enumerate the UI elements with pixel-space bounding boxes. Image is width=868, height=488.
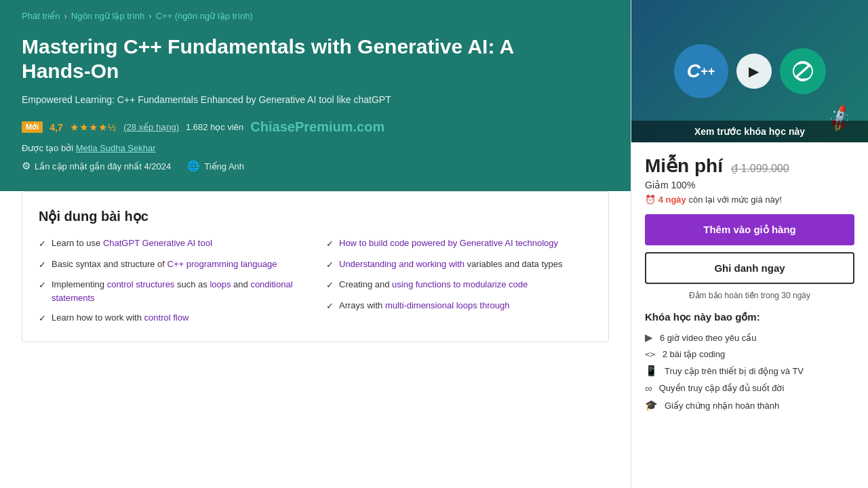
chatgpt-logo xyxy=(780,48,826,94)
preview-label[interactable]: Xem trước khóa học này xyxy=(631,121,868,142)
breadcrumb: Phát triển › Ngôn ngữ lập trình › C++ (n… xyxy=(0,0,631,28)
last-updated: ⚙ Lần cập nhật gần đây nhất 4/2024 xyxy=(22,160,171,172)
includes-video: ▶ 6 giờ video theo yêu cầu xyxy=(645,331,854,344)
check-item-1: ✓ Learn to use ChatGPT Generative AI too… xyxy=(39,237,304,251)
mobile-icon: 📱 xyxy=(645,365,658,377)
check-icon-2: ✓ xyxy=(39,258,46,272)
check-item-2: ✓ Basic syntax and structure of C++ prog… xyxy=(39,258,304,272)
pricing-area: Miễn phí ₫ 1.099.000 Giảm 100% ⏰ 4 ngày … xyxy=(631,142,868,429)
includes-mobile: 📱 Truy cập trên thiết bị di động và TV xyxy=(645,365,854,377)
check-item-8: ✓ Arrays with multi-dimensional loops th… xyxy=(326,299,592,313)
sidebar: C++ ▶ 🚀 Xem trước khóa học này Miễn phí … xyxy=(631,0,868,488)
check-icon-6: ✓ xyxy=(326,258,334,272)
timer-text: ⏰ 4 ngày còn lại với mức giá này! xyxy=(645,195,854,205)
timer-suffix: còn lại với mức giá này! xyxy=(688,195,781,205)
update-icon: ⚙ xyxy=(22,160,31,172)
timer-days: 4 ngày xyxy=(658,195,686,205)
author-row: Được tạo bởi Metla Sudha Sekhar xyxy=(22,143,609,153)
meta-row: ⚙ Lần cập nhật gần đây nhất 4/2024 🌐 Tiế… xyxy=(22,160,609,172)
add-to-cart-button[interactable]: Thêm vào giỏ hàng xyxy=(645,214,854,245)
globe-icon: 🌐 xyxy=(187,160,200,172)
includes-certificate: 🎓 Giấy chứng nhận hoàn thành xyxy=(645,399,854,411)
section-heading: Nội dung bài học xyxy=(39,208,592,224)
code-icon: <> xyxy=(645,349,656,359)
timer-icon: ⏰ xyxy=(645,195,656,205)
breadcrumb-item-2[interactable]: Ngôn ngữ lập trình xyxy=(71,11,145,21)
infinity-icon: ∞ xyxy=(645,382,652,394)
check-item-5: ✓ How to build code powered by Generativ… xyxy=(326,237,592,251)
certificate-icon: 🎓 xyxy=(645,399,658,411)
course-subtitle: Empowered Learning: C++ Fundamentals Enh… xyxy=(22,93,496,107)
includes-lifetime: ∞ Quyền truy cập đầy đủ suốt đời xyxy=(645,382,854,394)
check-item-6: ✓ Understanding and working with variabl… xyxy=(326,258,592,272)
cpp-logo: C++ xyxy=(674,44,728,98)
course-title: Mastering C++ Fundamentals with Generati… xyxy=(22,35,578,83)
enroll-button[interactable]: Ghi danh ngay xyxy=(645,252,854,284)
check-item-3: ✓ Implementing control structures such a… xyxy=(39,278,304,304)
rating-count[interactable]: (28 xếp hạng) xyxy=(123,122,179,132)
check-col-2: ✓ How to build code powered by Generativ… xyxy=(326,237,592,325)
includes-list: ▶ 6 giờ video theo yêu cầu <> 2 bài tập … xyxy=(645,331,854,411)
watermark: ChiasePremium.com xyxy=(250,119,384,135)
check-icon-5: ✓ xyxy=(326,237,334,251)
student-count: 1.682 học viên xyxy=(186,122,243,132)
checklist-grid: ✓ Learn to use ChatGPT Generative AI too… xyxy=(39,237,592,325)
stars: ★★★★½ xyxy=(70,121,117,134)
check-col-1: ✓ Learn to use ChatGPT Generative AI too… xyxy=(39,237,304,325)
check-icon-1: ✓ xyxy=(39,237,46,251)
discount-text: Giảm 100% xyxy=(645,180,854,190)
language-info: 🌐 Tiếng Anh xyxy=(187,160,244,172)
guarantee-text: Đảm bảo hoàn tiền trong 30 ngày xyxy=(645,291,854,300)
check-icon-8: ✓ xyxy=(326,300,334,313)
price-free: Miễn phí xyxy=(645,155,723,177)
price-row: Miễn phí ₫ 1.099.000 xyxy=(645,155,854,177)
rating-row: Mới 4,7 ★★★★½ (28 xếp hạng) 1.682 học vi… xyxy=(22,119,609,135)
author-link[interactable]: Metla Sudha Sekhar xyxy=(76,143,156,153)
price-original: ₫ 1.099.000 xyxy=(731,162,789,175)
preview-icons: C++ ▶ xyxy=(674,44,826,98)
includes-title: Khóa học này bao gồm: xyxy=(645,311,854,323)
rating-score: 4,7 xyxy=(50,122,62,133)
includes-coding: <> 2 bài tập coding xyxy=(645,349,854,359)
play-button[interactable]: ▶ xyxy=(736,54,772,89)
new-badge: Mới xyxy=(22,121,43,133)
video-icon: ▶ xyxy=(645,331,653,344)
check-icon-4: ✓ xyxy=(39,312,46,325)
check-item-4: ✓ Learn how to work with control flow xyxy=(39,311,304,325)
breadcrumb-item-3[interactable]: C++ (ngôn ngữ lập trình) xyxy=(156,11,253,21)
lesson-content-section: Nội dung bài học ✓ Learn to use ChatGPT … xyxy=(22,191,609,342)
check-icon-3: ✓ xyxy=(39,279,46,292)
course-preview[interactable]: C++ ▶ 🚀 Xem trước khóa học này xyxy=(631,0,868,142)
breadcrumb-item-1[interactable]: Phát triển xyxy=(22,11,60,21)
check-item-7: ✓ Creating and using functions to modula… xyxy=(326,278,592,292)
check-icon-7: ✓ xyxy=(326,279,334,292)
